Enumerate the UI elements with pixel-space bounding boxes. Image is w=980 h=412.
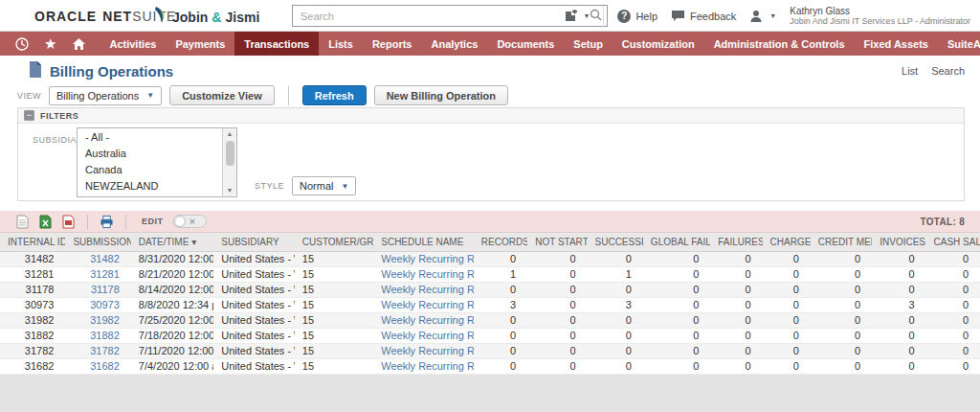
- cell-schedule-name: Weekly Recurring Revenue: [373, 358, 474, 374]
- collapse-filters-icon[interactable]: −: [24, 110, 34, 121]
- schedule-name-link[interactable]: Weekly Recurring Revenue: [381, 299, 474, 310]
- search-link[interactable]: Search: [931, 65, 965, 77]
- style-control: STYLE Normal ▼: [255, 176, 356, 195]
- nav-item-activities[interactable]: Activities: [100, 32, 166, 56]
- nav-item-administration-controls[interactable]: Administration & Controls: [704, 32, 855, 56]
- cell-internal-id: 31178: [0, 282, 65, 297]
- cell-successes: 1: [588, 266, 643, 282]
- nav-item-payments[interactable]: Payments: [166, 32, 234, 56]
- scrollbar-thumb[interactable]: [226, 141, 234, 166]
- customize-view-button[interactable]: Customize View: [169, 85, 275, 105]
- style-select-value: Normal: [300, 180, 333, 192]
- schedule-name-link[interactable]: Weekly Recurring Revenue: [381, 268, 474, 280]
- column-header-global-failures[interactable]: GLOBAL FAILURES: [643, 233, 710, 251]
- listbox-scrollbar[interactable]: ▲ ▼: [222, 128, 236, 196]
- schedule-name-link[interactable]: Weekly Recurring Revenue: [381, 330, 474, 341]
- nav-item-customization[interactable]: Customization: [612, 32, 704, 56]
- column-header-records[interactable]: RECORDS: [474, 233, 527, 251]
- help-menu[interactable]: ? Help: [617, 10, 657, 23]
- subsidiary-option-australia[interactable]: Australia: [78, 145, 222, 161]
- cell-records: 0: [474, 328, 527, 343]
- view-select[interactable]: Billing Operations ▼: [49, 86, 162, 105]
- nav-item-setup[interactable]: Setup: [564, 32, 612, 56]
- nav-item-analytics[interactable]: Analytics: [421, 32, 487, 56]
- schedule-name-link[interactable]: Weekly Recurring Revenue: [381, 284, 474, 295]
- schedule-name-link[interactable]: Weekly Recurring Revenue: [381, 253, 474, 264]
- column-header-failures[interactable]: FAILURES: [710, 233, 762, 251]
- cell-schedule-name: Weekly Recurring Revenue: [373, 328, 474, 343]
- recent-records-icon[interactable]: [15, 37, 29, 51]
- column-header-customer-group[interactable]: CUSTOMER/GROUP: [295, 233, 373, 251]
- column-header-charges[interactable]: CHARGES: [763, 233, 811, 251]
- column-header-cash-sales[interactable]: CASH SALES: [926, 233, 980, 251]
- submission-id-link[interactable]: 31882: [90, 330, 120, 341]
- print-icon[interactable]: [100, 215, 114, 229]
- cell-cash-sales: 0: [926, 251, 980, 266]
- column-header-not-started[interactable]: NOT STARTED: [527, 233, 587, 251]
- cell-global-failures: 0: [643, 328, 710, 343]
- nav-item-lists[interactable]: Lists: [319, 32, 363, 56]
- global-search: [292, 5, 608, 27]
- partner-swoosh-icon: [153, 6, 168, 28]
- feedback-menu[interactable]: Feedback: [671, 10, 736, 22]
- refresh-button[interactable]: Refresh: [302, 85, 367, 105]
- shortcuts-star-icon[interactable]: ★: [44, 36, 56, 51]
- oracle-logo-text: ORACLE: [34, 9, 97, 24]
- subsidiary-option-all[interactable]: - All -: [78, 128, 222, 145]
- cell-invoices: 0: [872, 282, 925, 297]
- cell-date-time: 7/11/2020 12:00 am: [131, 343, 214, 358]
- nav-item-suiteapps[interactable]: SuiteApps: [938, 32, 980, 56]
- nav-item-documents[interactable]: Documents: [487, 32, 564, 56]
- submission-id-link[interactable]: 31982: [90, 314, 120, 326]
- pdf-export-icon[interactable]: [61, 215, 76, 229]
- cell-subsidiary: United States - West: [213, 312, 294, 328]
- subsidiary-option-newzealand[interactable]: NEWZEALAND: [78, 177, 222, 194]
- column-header-invoices[interactable]: INVOICES: [872, 233, 925, 251]
- column-header-internal-id[interactable]: INTERNAL ID: [0, 233, 65, 251]
- edit-toggle[interactable]: ✕: [172, 215, 207, 228]
- subsidiary-option-canada[interactable]: Canada: [78, 161, 222, 177]
- search-input[interactable]: [293, 6, 584, 26]
- scroll-up-icon[interactable]: ▲: [227, 128, 234, 140]
- user-menu[interactable]: ▼: [749, 10, 776, 23]
- csv-export-icon[interactable]: [15, 215, 30, 229]
- create-new-menu[interactable]: ▼: [564, 10, 590, 23]
- scroll-down-icon[interactable]: ▼: [227, 185, 234, 196]
- column-header-successes[interactable]: SUCCESSES: [588, 233, 643, 251]
- submission-id-link[interactable]: 31281: [90, 268, 120, 280]
- total-count: TOTAL: 8: [921, 217, 965, 227]
- nav-item-transactions[interactable]: Transactions: [234, 32, 319, 56]
- column-header-schedule-name[interactable]: SCHEDULE NAME: [373, 233, 474, 251]
- column-header-date-time[interactable]: DATE/TIME ▾: [131, 233, 214, 251]
- cell-failures: 0: [710, 251, 762, 266]
- cell-submission-id: 31178: [65, 282, 130, 297]
- user-role: Jobin And Jismi IT Services LLP - Admini…: [790, 16, 970, 27]
- schedule-name-link[interactable]: Weekly Recurring Revenue: [381, 314, 474, 326]
- submission-id-link[interactable]: 31782: [90, 345, 120, 356]
- home-icon[interactable]: [72, 37, 86, 51]
- new-billing-operation-button[interactable]: New Billing Operation: [374, 85, 508, 105]
- cell-cash-sales: 0: [926, 297, 980, 312]
- schedule-name-link[interactable]: Weekly Recurring Revenue: [381, 345, 474, 356]
- submission-id-link[interactable]: 31482: [90, 253, 120, 264]
- column-header-subsidiary[interactable]: SUBSIDIARY: [213, 233, 294, 251]
- nav-item-reports[interactable]: Reports: [363, 32, 422, 56]
- cell-customer-group: 15: [295, 266, 373, 282]
- excel-export-icon[interactable]: [38, 215, 53, 229]
- cell-submission-id: 31882: [65, 328, 130, 343]
- cell-invoices: 0: [872, 312, 925, 328]
- column-header-submission-id[interactable]: SUBMISSION ID: [65, 233, 130, 251]
- cell-internal-id: 31281: [0, 266, 65, 282]
- submission-id-link[interactable]: 31178: [91, 284, 120, 295]
- cell-charges: 0: [763, 328, 811, 343]
- submission-id-link[interactable]: 30973: [90, 299, 120, 310]
- submission-id-link[interactable]: 31682: [90, 360, 120, 372]
- nav-item-fixed-assets[interactable]: Fixed Assets: [855, 32, 938, 56]
- list-link[interactable]: List: [902, 65, 918, 77]
- schedule-name-link[interactable]: Weekly Recurring Revenue: [381, 360, 474, 372]
- style-select[interactable]: Normal ▼: [292, 176, 356, 195]
- cell-subsidiary: United States - West: [213, 282, 294, 297]
- page-icon: [29, 61, 42, 81]
- cell-not-started: 0: [527, 312, 587, 328]
- column-header-credit-memos[interactable]: CREDIT MEMOS: [811, 233, 872, 251]
